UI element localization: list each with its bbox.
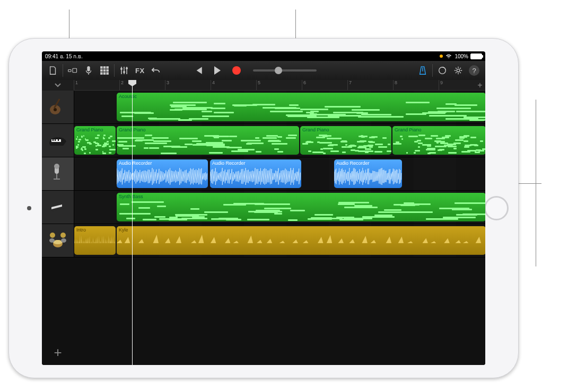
- playhead[interactable]: [132, 81, 133, 365]
- svg-point-14: [126, 67, 128, 69]
- region-label: Intro: [76, 227, 86, 233]
- chevron-down-icon: [54, 83, 62, 88]
- region[interactable]: Audio Recorder: [210, 159, 301, 188]
- region[interactable]: Audio Recorder: [334, 159, 402, 188]
- svg-rect-8: [106, 69, 109, 72]
- svg-rect-10: [103, 72, 106, 75]
- home-button[interactable]: [484, 196, 509, 220]
- region-label: Synth Bass: [119, 194, 143, 199]
- svg-rect-21: [53, 139, 54, 141]
- region[interactable]: Intro: [74, 226, 116, 255]
- region[interactable]: Acoustic: [117, 93, 485, 121]
- region[interactable]: Grand Piano: [74, 126, 116, 155]
- svg-point-13: [123, 71, 125, 73]
- region[interactable]: Grand Piano: [392, 126, 485, 155]
- region-label: Audio Recorder: [212, 161, 246, 166]
- play-button[interactable]: [209, 63, 225, 78]
- status-right: 100%: [440, 54, 482, 59]
- track-header-drums[interactable]: [42, 224, 74, 257]
- svg-point-32: [60, 233, 66, 238]
- settings-button[interactable]: [450, 63, 466, 78]
- svg-point-30: [61, 238, 66, 243]
- add-track-button[interactable]: +: [42, 340, 74, 365]
- region-label: Grand Piano: [395, 127, 422, 132]
- ruler-bar: 8: [393, 80, 397, 90]
- status-bar: 09:41 อ. 15 ก.ย. 100%: [42, 51, 485, 61]
- wifi-icon: [445, 54, 452, 59]
- ipad-camera: [27, 206, 31, 210]
- tracks-view-button[interactable]: [97, 63, 112, 78]
- region[interactable]: Kyle: [117, 226, 485, 255]
- ruler-bar: 1: [74, 80, 78, 90]
- region[interactable]: Synth Bass: [117, 193, 485, 221]
- midi-notes: [117, 135, 299, 153]
- separator: [432, 64, 433, 77]
- record-button[interactable]: [229, 63, 244, 78]
- track-lane[interactable]: Acoustic: [74, 91, 485, 123]
- midi-notes: [117, 201, 485, 219]
- ruler-bar: 6: [302, 80, 306, 90]
- callout-line-tracks-area-h: [518, 183, 541, 184]
- waveform: [334, 167, 402, 186]
- ipad-device-frame: 09:41 อ. 15 ก.ย. 100%: [8, 38, 519, 378]
- loop-browser-button[interactable]: [434, 63, 450, 78]
- track-lane[interactable]: Synth Bass: [74, 191, 485, 224]
- midi-notes: [74, 135, 116, 153]
- region[interactable]: Audio Recorder: [117, 159, 208, 188]
- track-lane[interactable]: IntroKyle: [74, 224, 485, 257]
- svg-rect-6: [100, 69, 103, 72]
- svg-rect-4: [103, 66, 106, 69]
- transport-controls: [190, 63, 244, 78]
- screen: 09:41 อ. 15 ก.ย. 100%: [42, 51, 485, 365]
- ruler-bar: 7: [347, 80, 352, 90]
- region[interactable]: Grand Piano: [117, 126, 299, 155]
- help-button[interactable]: ?: [466, 63, 482, 78]
- ruler-bar: 9: [439, 80, 443, 90]
- track-row: Grand PianoGrand PianoGrand PianoGrand P…: [42, 124, 485, 157]
- track-lane[interactable]: Audio RecorderAudio RecorderAudio Record…: [74, 157, 485, 190]
- browser-button[interactable]: [65, 63, 81, 78]
- ruler-bar: 5: [256, 80, 260, 90]
- waveform: [117, 234, 485, 253]
- guitar-icon: [47, 95, 68, 119]
- region-label: Acoustic: [119, 94, 137, 99]
- ruler-row: + 123456789: [42, 80, 485, 91]
- add-section-button[interactable]: +: [475, 80, 485, 91]
- svg-point-12: [120, 68, 123, 70]
- svg-rect-11: [106, 72, 109, 75]
- svg-point-16: [457, 69, 459, 72]
- midi-notes: [117, 101, 485, 119]
- track-lane[interactable]: Grand PianoGrand PianoGrand PianoGrand P…: [74, 124, 485, 157]
- track-row: IntroKyle: [42, 224, 485, 257]
- synth-icon: [47, 195, 68, 219]
- metronome-button[interactable]: [415, 63, 431, 78]
- track-controls-button[interactable]: [116, 63, 132, 78]
- mic-icon: [47, 162, 68, 185]
- region[interactable]: Grand Piano: [300, 126, 391, 155]
- midi-notes: [300, 135, 391, 153]
- my-songs-button[interactable]: [45, 63, 61, 78]
- track-header-piano[interactable]: [42, 124, 74, 157]
- track-row: Acoustic: [42, 91, 485, 124]
- piano-icon: [47, 129, 68, 152]
- go-to-beginning-button[interactable]: [190, 63, 206, 78]
- separator: [114, 64, 115, 77]
- svg-rect-3: [100, 66, 103, 69]
- svg-rect-0: [68, 70, 71, 72]
- track-header-guitar[interactable]: [42, 91, 74, 123]
- battery-percent: 100%: [455, 54, 468, 59]
- track-header-synth[interactable]: [42, 191, 74, 224]
- ruler-gutter[interactable]: [42, 80, 74, 91]
- master-volume-slider[interactable]: [253, 69, 317, 72]
- battery-icon: [470, 54, 482, 59]
- instrument-mic-button[interactable]: [81, 63, 97, 78]
- svg-rect-7: [103, 69, 106, 72]
- svg-rect-22: [55, 139, 56, 141]
- region-label: Audio Recorder: [336, 161, 370, 166]
- tracks-area[interactable]: AcousticGrand PianoGrand PianoGrand Pian…: [42, 91, 485, 365]
- ruler-bar: 3: [165, 80, 169, 90]
- track-header-mic[interactable]: [42, 157, 74, 190]
- status-time: 09:41: [45, 54, 58, 59]
- fx-button[interactable]: FX: [132, 67, 148, 75]
- undo-button[interactable]: [148, 63, 164, 78]
